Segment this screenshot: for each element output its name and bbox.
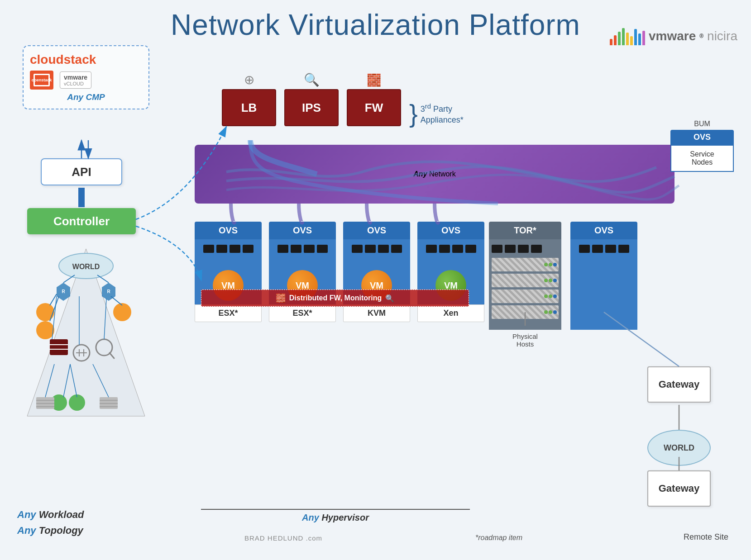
port-sq	[317, 245, 328, 253]
ovs-header-1: OVS	[195, 222, 262, 239]
any-network-any: Any	[413, 170, 427, 178]
any-hypervisor-section: Any Hypervisor	[201, 509, 470, 523]
cmp-logos-row: openstack vmware vCLOUD	[30, 71, 142, 90]
service-ovs-header: OVS	[670, 130, 734, 145]
physical-hosts-label: PhysicalHosts	[489, 332, 561, 348]
ports-1	[203, 245, 254, 253]
svg-point-20	[36, 321, 54, 339]
hypervisor-section: OVS VM ESX* OVS VM ESX* OVS	[195, 222, 484, 322]
phys-dot	[549, 279, 552, 282]
remote-site-text: Remote Site	[684, 532, 728, 541]
vcenter-label: vCLOUD	[64, 81, 87, 86]
any-italic-workload: Any	[17, 509, 36, 520]
phys-dots-2	[544, 279, 557, 282]
any-hyp-any: Any	[302, 513, 319, 522]
logo-bars-icon	[610, 27, 645, 45]
nicira-label: nicira	[707, 29, 737, 43]
ports-2	[277, 245, 328, 253]
cmp-box: cloudstack openstack vmware vCLOUD Any C…	[23, 45, 149, 109]
svg-rect-39	[36, 397, 54, 409]
controller-box: Controller	[27, 208, 136, 234]
right-ovs-header: OVS	[570, 222, 637, 239]
search-icon: 🔍	[385, 294, 394, 303]
brace-icon: }	[409, 101, 418, 126]
hyp-col-esx1: OVS VM ESX*	[195, 222, 262, 322]
ports-3	[352, 245, 402, 253]
port-sq	[216, 245, 227, 253]
lb-box: LB	[222, 89, 276, 126]
port-sq	[531, 245, 542, 253]
fw-appliance: 🧱 FW	[347, 73, 401, 126]
svg-text:WORLD: WORLD	[72, 263, 100, 271]
port-sq	[492, 245, 502, 253]
port-sq	[230, 245, 240, 253]
port-sq	[203, 245, 214, 253]
vmware-nicira-logo: vmware® nicira	[610, 27, 737, 45]
port-sq	[618, 245, 629, 253]
svg-point-21	[113, 303, 131, 321]
fw-icon: 🧱	[367, 73, 381, 87]
hyp-col-esx2: OVS VM ESX*	[269, 222, 336, 322]
tor-header: TOR*	[489, 222, 561, 239]
phys-dots-3	[544, 294, 557, 298]
appliances-section: ⊕ LB 🔍 IPS 🧱 FW } 3rd PartyAppliances*	[222, 72, 464, 130]
nodes-label: Nodes	[692, 158, 713, 166]
cmp-text: CMP	[86, 92, 105, 102]
phys-host-4	[492, 305, 559, 319]
lb-icon: ⊕	[244, 72, 254, 87]
any-cmp-label: Any CMP	[30, 92, 142, 102]
openstack-label: openstack	[32, 78, 52, 82]
hyp-label-4: Xen	[417, 304, 484, 322]
topology-text: Topology	[39, 525, 83, 536]
port-sq	[304, 245, 315, 253]
service-label: Service	[690, 150, 714, 158]
port-sq	[391, 245, 402, 253]
port-sq	[426, 245, 437, 253]
any-italic-topology: Any	[17, 525, 36, 536]
hyp-label-2: ESX*	[269, 304, 336, 322]
ovs-header-4: OVS	[417, 222, 484, 239]
gateway-1-label: Gateway	[659, 379, 700, 390]
ovs-header-3: OVS	[343, 222, 410, 239]
fw-box: FW	[347, 89, 401, 126]
hyp-col-xen: OVS VM Xen	[417, 222, 484, 322]
port-sq	[452, 245, 463, 253]
ips-label: IPS	[302, 101, 321, 115]
tor-section: TOR*	[489, 222, 561, 348]
ips-appliance: 🔍 IPS	[284, 72, 339, 126]
roadmap-label: *roadmap item	[475, 534, 522, 542]
network-bar: Any Network	[195, 145, 674, 204]
brad-hedlund-label: BRAD HEDLUND .com	[244, 534, 322, 542]
vmware-vcenter-badge: vmware vCLOUD	[60, 71, 91, 89]
any-workload-label: Any Workload Any Topology	[17, 507, 84, 538]
port-sq	[365, 245, 376, 253]
right-ports	[579, 245, 629, 253]
any-network-label: Network	[429, 170, 456, 178]
port-sq	[378, 245, 389, 253]
port-sq	[352, 245, 363, 253]
port-sq	[465, 245, 476, 253]
phys-dot	[544, 279, 548, 282]
port-sq	[439, 245, 450, 253]
third-party-label-area: } 3rd PartyAppliances*	[409, 92, 464, 126]
hyp-label-3: KVM	[343, 304, 410, 322]
svg-rect-25	[50, 339, 68, 355]
gateway-box-1: Gateway	[647, 366, 711, 403]
vmware-badge-label: vmware	[64, 74, 87, 81]
api-box: API	[41, 158, 122, 185]
gateway-2-label: Gateway	[659, 483, 700, 494]
svg-point-19	[36, 303, 54, 321]
phys-dots-4	[544, 310, 557, 314]
phys-dot	[544, 294, 548, 298]
gateway-box-2: Gateway	[647, 470, 711, 507]
port-sq	[277, 245, 288, 253]
tor-ports	[492, 245, 559, 253]
fw-banner-icon: 🧱	[276, 293, 286, 303]
remote-site-label: Remote Site	[684, 532, 728, 542]
phys-dot	[553, 279, 557, 282]
phys-host-2	[492, 274, 559, 287]
topology-diagram: WORLD R R	[9, 244, 163, 484]
phys-dot	[553, 263, 557, 266]
svg-text:R: R	[107, 289, 110, 294]
port-sq	[518, 245, 529, 253]
